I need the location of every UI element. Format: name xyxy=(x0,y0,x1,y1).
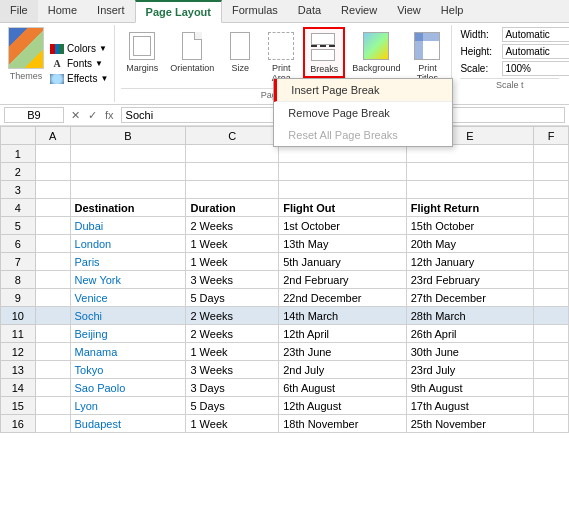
row-header[interactable]: 1 xyxy=(1,145,36,163)
orientation-button[interactable]: Orientation xyxy=(165,27,219,76)
cell[interactable] xyxy=(534,343,569,361)
remove-page-break-item[interactable]: Remove Page Break xyxy=(274,102,452,124)
cell[interactable]: 9th August xyxy=(406,379,534,397)
cell[interactable] xyxy=(35,199,70,217)
cell[interactable]: Venice xyxy=(70,289,186,307)
cell[interactable] xyxy=(35,217,70,235)
row-header[interactable]: 11 xyxy=(1,325,36,343)
cell[interactable]: 5 Days xyxy=(186,397,279,415)
reset-all-page-breaks-item[interactable]: Reset All Page Breaks xyxy=(274,124,452,146)
cell[interactable] xyxy=(406,181,534,199)
col-header-b[interactable]: B xyxy=(70,127,186,145)
tab-insert[interactable]: Insert xyxy=(87,0,135,22)
row-header[interactable]: 8 xyxy=(1,271,36,289)
cell[interactable] xyxy=(186,181,279,199)
cell[interactable]: 15th October xyxy=(406,217,534,235)
cancel-formula-button[interactable]: ✕ xyxy=(68,109,83,122)
cell[interactable] xyxy=(534,361,569,379)
cell[interactable]: Dubai xyxy=(70,217,186,235)
cell[interactable] xyxy=(35,379,70,397)
height-input[interactable] xyxy=(502,44,569,59)
cell[interactable] xyxy=(534,271,569,289)
cell[interactable]: 6th August xyxy=(279,379,407,397)
cell[interactable] xyxy=(534,217,569,235)
cell[interactable] xyxy=(35,397,70,415)
cell[interactable]: 17th August xyxy=(406,397,534,415)
cell[interactable] xyxy=(35,181,70,199)
cell[interactable] xyxy=(406,163,534,181)
scale-input[interactable] xyxy=(502,61,569,76)
cell[interactable] xyxy=(35,307,70,325)
cell[interactable] xyxy=(35,235,70,253)
cell[interactable]: Tokyo xyxy=(70,361,186,379)
cell[interactable]: 14th March xyxy=(279,307,407,325)
col-header-f[interactable]: F xyxy=(534,127,569,145)
cell[interactable]: 2 Weeks xyxy=(186,325,279,343)
cell[interactable] xyxy=(35,253,70,271)
row-header[interactable]: 6 xyxy=(1,235,36,253)
cell[interactable] xyxy=(534,325,569,343)
cell[interactable] xyxy=(279,145,407,163)
cell[interactable] xyxy=(35,145,70,163)
cell[interactable]: 26th April xyxy=(406,325,534,343)
cell[interactable]: 2nd February xyxy=(279,271,407,289)
cell[interactable] xyxy=(279,163,407,181)
cell[interactable] xyxy=(35,343,70,361)
tab-data[interactable]: Data xyxy=(288,0,331,22)
cell[interactable]: Sao Paolo xyxy=(70,379,186,397)
background-button[interactable]: Background xyxy=(347,27,405,76)
cell[interactable] xyxy=(534,235,569,253)
tab-home[interactable]: Home xyxy=(38,0,87,22)
cell[interactable]: Flight Out xyxy=(279,199,407,217)
tab-help[interactable]: Help xyxy=(431,0,474,22)
effects-button[interactable]: Effects ▼ xyxy=(48,72,110,85)
cell[interactable]: 20th May xyxy=(406,235,534,253)
cell[interactable] xyxy=(70,181,186,199)
cell[interactable]: New York xyxy=(70,271,186,289)
margins-button[interactable]: Margins xyxy=(121,27,163,76)
cell[interactable]: 28th March xyxy=(406,307,534,325)
row-header[interactable]: 9 xyxy=(1,289,36,307)
cell[interactable]: 18th November xyxy=(279,415,407,433)
cell[interactable] xyxy=(534,199,569,217)
cell[interactable] xyxy=(534,397,569,415)
row-header[interactable]: 14 xyxy=(1,379,36,397)
tab-review[interactable]: Review xyxy=(331,0,387,22)
row-header[interactable]: 5 xyxy=(1,217,36,235)
cell[interactable]: Beijing xyxy=(70,325,186,343)
cell[interactable]: 3 Days xyxy=(186,379,279,397)
cell[interactable] xyxy=(35,163,70,181)
cell[interactable]: 22nd December xyxy=(279,289,407,307)
row-header[interactable]: 3 xyxy=(1,181,36,199)
cell[interactable]: 1 Week xyxy=(186,235,279,253)
row-header[interactable]: 15 xyxy=(1,397,36,415)
breaks-button[interactable]: Breaks xyxy=(303,27,345,78)
cell[interactable] xyxy=(186,145,279,163)
insert-function-button[interactable]: fx xyxy=(102,109,117,122)
cell[interactable] xyxy=(35,415,70,433)
tab-file[interactable]: File xyxy=(0,0,38,22)
cell[interactable] xyxy=(35,289,70,307)
cell[interactable]: 1 Week xyxy=(186,415,279,433)
cell[interactable]: 23rd February xyxy=(406,271,534,289)
cell[interactable]: Flight Return xyxy=(406,199,534,217)
cell[interactable]: Paris xyxy=(70,253,186,271)
cell[interactable]: 12th August xyxy=(279,397,407,415)
row-header[interactable]: 13 xyxy=(1,361,36,379)
cell-reference[interactable] xyxy=(4,107,64,123)
width-input[interactable] xyxy=(502,27,569,42)
cell[interactable] xyxy=(534,379,569,397)
fonts-button[interactable]: A Fonts ▼ xyxy=(48,57,110,70)
cell[interactable]: Destination xyxy=(70,199,186,217)
cell[interactable]: 1 Week xyxy=(186,343,279,361)
cell[interactable]: London xyxy=(70,235,186,253)
cell[interactable]: 25th November xyxy=(406,415,534,433)
cell[interactable]: 3 Weeks xyxy=(186,361,279,379)
cell[interactable]: 23th June xyxy=(279,343,407,361)
row-header[interactable]: 16 xyxy=(1,415,36,433)
cell[interactable] xyxy=(534,415,569,433)
cell[interactable] xyxy=(186,163,279,181)
row-header[interactable]: 10 xyxy=(1,307,36,325)
cell[interactable] xyxy=(70,145,186,163)
cell[interactable] xyxy=(534,289,569,307)
